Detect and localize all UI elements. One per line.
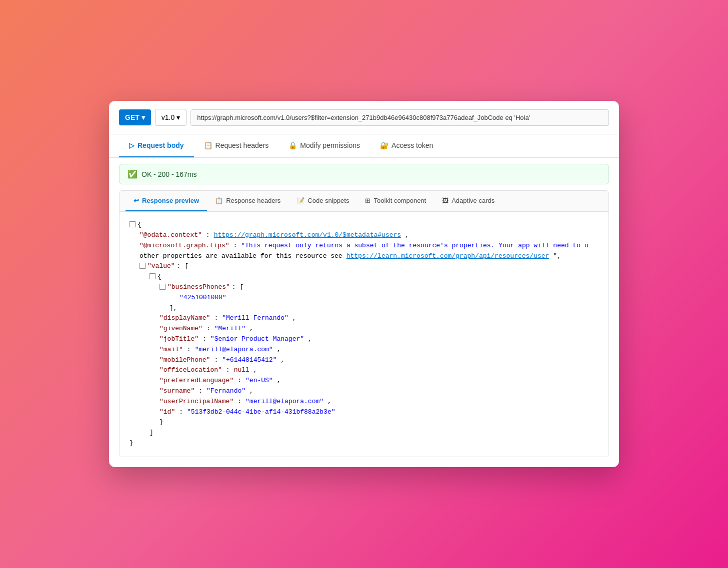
json-mail: "mail" : "merill@elapora.com" ,	[130, 345, 598, 355]
odata-context-link[interactable]: https://graph.microsoft.com/v1.0/$metada…	[214, 230, 401, 241]
tab-response-preview[interactable]: ↩ Response preview	[126, 191, 207, 211]
tab-access-token-label: Access token	[392, 141, 433, 149]
main-window: GET ▾ v1.0 ▾ https://graph.microsoft.com…	[109, 101, 619, 467]
tab-toolkit-component[interactable]: ⊞ Toolkit component	[357, 191, 434, 211]
request-headers-icon: 📋	[204, 141, 212, 149]
url-bar: GET ▾ v1.0 ▾ https://graph.microsoft.com…	[109, 101, 619, 134]
job-title-value: "Senior Product Manager"	[210, 334, 304, 345]
json-surname: "surname" : "Fernando" ,	[130, 386, 598, 397]
graph-tips-value: "This request only returns a subset of t…	[241, 241, 588, 251]
business-phones-number: "4251001000"	[180, 293, 226, 303]
url-input[interactable]: https://graph.microsoft.com/v1.0/users?$…	[190, 109, 609, 126]
json-given-name: "givenName" : "Merill" ,	[130, 324, 598, 334]
method-label: GET	[125, 113, 140, 121]
json-display-name: "displayName" : "Merill Fernando" ,	[130, 313, 598, 324]
expand-value[interactable]	[140, 263, 146, 269]
tab-toolkit-component-label: Toolkit component	[374, 197, 426, 204]
request-body-icon: ▷	[129, 141, 134, 149]
version-select[interactable]: v1.0 ▾	[155, 109, 186, 126]
upn-value: "merill@elapora.com"	[246, 397, 324, 407]
modify-permissions-icon: 🔒	[288, 141, 297, 149]
response-preview-icon: ↩	[134, 197, 139, 204]
json-business-phones-value: "4251001000"	[130, 293, 598, 303]
access-token-icon: 🔐	[380, 141, 388, 149]
status-bar: ✅ OK - 200 - 167ms	[119, 164, 609, 184]
surname-value: "Fernando"	[206, 386, 246, 397]
json-upn: "userPrincipalName" : "merill@elapora.co…	[130, 397, 598, 407]
mobile-phone-value: "+61448145412"	[222, 355, 276, 366]
json-content: { "@odata.context" : https://graph.micro…	[120, 212, 608, 457]
response-headers-icon: 📋	[215, 197, 223, 204]
json-business-phones-close: ],	[130, 303, 598, 314]
tab-request-body-label: Request body	[138, 141, 184, 149]
preferred-language-value: "en-US"	[246, 376, 273, 386]
json-root-close: }	[130, 438, 598, 449]
tab-request-body[interactable]: ▷ Request body	[119, 134, 194, 157]
status-check-icon: ✅	[128, 169, 138, 179]
tab-response-headers-label: Response headers	[226, 197, 280, 204]
tab-modify-permissions-label: Modify permissions	[300, 141, 360, 149]
given-name-value: "Merill"	[214, 324, 246, 334]
learn-link[interactable]: https://learn.microsoft.com/graph/api/re…	[346, 251, 550, 262]
toolkit-component-icon: ⊞	[365, 197, 370, 204]
expand-item[interactable]	[150, 273, 156, 279]
json-array-close: ]	[130, 428, 598, 438]
display-name-value: "Merill Fernando"	[222, 313, 288, 324]
tab-response-preview-label: Response preview	[142, 197, 199, 204]
json-value-open: "value" : [	[130, 261, 598, 272]
mail-value: "merill@elapora.com"	[195, 345, 273, 355]
office-location-value: null	[234, 365, 250, 376]
request-tabs: ▷ Request body 📋 Request headers 🔒 Modif…	[109, 134, 619, 158]
adaptive-cards-icon: 🖼	[442, 197, 448, 204]
json-id: "id" : "513f3db2-044c-41be-af14-431bf88a…	[130, 407, 598, 418]
status-text: OK - 200 - 167ms	[142, 170, 197, 178]
id-value: "513f3db2-044c-41be-af14-431bf88a2b3e"	[187, 407, 335, 418]
json-mobile-phone: "mobilePhone" : "+61448145412" ,	[130, 355, 598, 366]
json-item-open: {	[130, 272, 598, 282]
tab-request-headers[interactable]: 📋 Request headers	[194, 134, 279, 157]
json-business-phones-open: "businessPhones" : [	[130, 282, 598, 293]
method-button[interactable]: GET ▾	[119, 109, 151, 125]
response-section: ↩ Response preview 📋 Response headers 📝 …	[119, 190, 609, 457]
code-snippets-icon: 📝	[296, 197, 304, 204]
tab-request-headers-label: Request headers	[216, 141, 269, 149]
json-item-close: }	[130, 417, 598, 428]
json-job-title: "jobTitle" : "Senior Product Manager" ,	[130, 334, 598, 345]
tab-code-snippets[interactable]: 📝 Code snippets	[288, 191, 357, 211]
json-graph-tips: "@microsoft.graph.tips" : "This request …	[130, 241, 598, 251]
tab-adaptive-cards[interactable]: 🖼 Adaptive cards	[434, 191, 502, 211]
json-root-open: {	[130, 220, 598, 230]
version-chevron: ▾	[176, 113, 180, 121]
tab-modify-permissions[interactable]: 🔒 Modify permissions	[278, 134, 370, 157]
expand-business-phones[interactable]	[160, 284, 166, 290]
tab-response-headers[interactable]: 📋 Response headers	[207, 191, 288, 211]
json-office-location: "officeLocation" : null ,	[130, 365, 598, 376]
json-graph-tips-cont: other properties are available for this …	[130, 251, 598, 262]
tab-code-snippets-label: Code snippets	[308, 197, 349, 204]
tab-adaptive-cards-label: Adaptive cards	[452, 197, 494, 204]
expand-root[interactable]	[130, 221, 136, 227]
json-odata-context: "@odata.context" : https://graph.microso…	[130, 230, 598, 241]
version-label: v1.0	[162, 113, 174, 121]
tab-access-token[interactable]: 🔐 Access token	[370, 134, 443, 157]
response-tabs: ↩ Response preview 📋 Response headers 📝 …	[120, 191, 608, 212]
method-chevron: ▾	[142, 113, 145, 121]
json-preferred-language: "preferredLanguage" : "en-US" ,	[130, 376, 598, 386]
